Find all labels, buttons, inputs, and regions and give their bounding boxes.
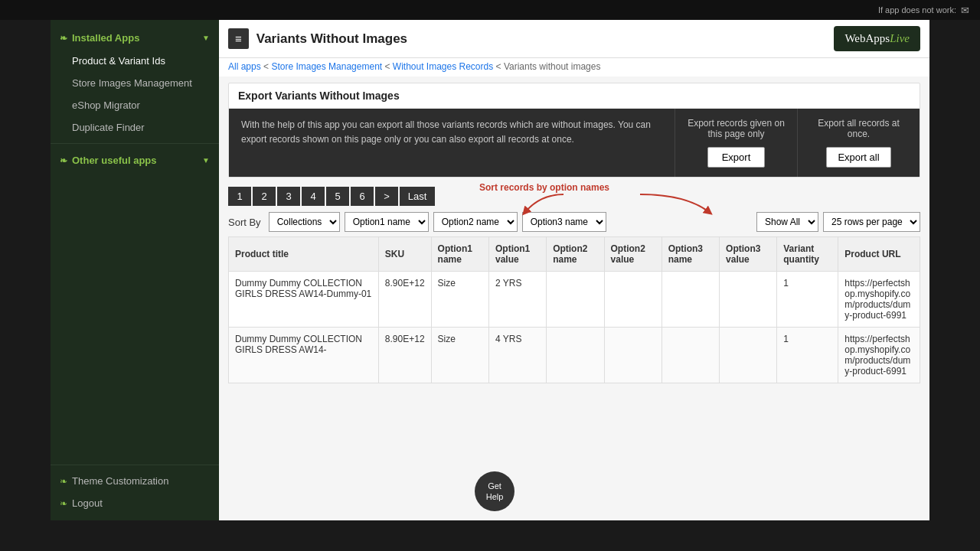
get-help-line2: Help xyxy=(486,491,504,502)
sidebar-item-store-images[interactable]: Store Images Management xyxy=(51,72,219,94)
data-table: Product title SKU Option1 name Option1 v… xyxy=(228,236,920,383)
logo-text: WebAppsLive xyxy=(844,32,910,44)
page-btn-4[interactable]: 4 xyxy=(302,187,325,206)
content-area: ≡ Variants Without Images WebAppsLive Al… xyxy=(219,20,929,520)
topbar-message: If app does not work: xyxy=(878,5,956,15)
page-btn-2[interactable]: 2 xyxy=(253,187,276,206)
sidebar-item-eshop-migrator[interactable]: eShop Migrator xyxy=(51,94,219,116)
export-description: With the help of this app you can export… xyxy=(229,109,675,177)
breadcrumb-current: Variants without images xyxy=(504,61,601,72)
other-apps-icon: ❧ xyxy=(60,155,67,166)
table-row: Dummy Dummy COLLECTION GIRLS DRESS AW14-… xyxy=(229,272,920,328)
breadcrumb: All apps < Store Images Management < Wit… xyxy=(219,58,929,77)
export-block1: Export records given on this page only E… xyxy=(675,109,797,177)
sort-arrow1-icon xyxy=(518,193,579,216)
export-block1-text: Export records given on this page only xyxy=(684,118,788,139)
export-block2-text: Export all records at once. xyxy=(807,118,910,139)
table-row: Dummy Dummy COLLECTION GIRLS DRESS AW14-… xyxy=(229,328,920,383)
sort-annotation: Sort records by option names xyxy=(479,182,609,193)
logo-area: WebAppsLive xyxy=(834,26,920,51)
menu-button[interactable]: ≡ xyxy=(228,28,249,49)
email-icon: ✉ xyxy=(961,5,969,16)
get-help-line1: Get xyxy=(488,481,501,491)
col-header-option3-value: Option3 value xyxy=(720,237,777,272)
sidebar-item-logout[interactable]: ❧ Logout xyxy=(51,492,219,514)
option2-name-select[interactable]: Option2 name xyxy=(433,212,518,232)
page-title: Variants Without Images xyxy=(256,31,827,47)
col-header-option1-name: Option1 name xyxy=(431,237,488,272)
page-btn-1[interactable]: 1 xyxy=(228,187,251,206)
col-header-variant-qty: Variant quantity xyxy=(777,237,838,272)
export-block2: Export all records at once. Export all xyxy=(797,109,920,177)
other-useful-label: Other useful apps xyxy=(72,155,157,166)
page-btn-last[interactable]: Last xyxy=(400,187,435,206)
col-header-product-url: Product URL xyxy=(838,237,920,272)
export-section: Export Variants Without Images With the … xyxy=(228,83,920,178)
content-header: ≡ Variants Without Images WebAppsLive xyxy=(219,20,929,58)
option1-name-select[interactable]: Option1 name xyxy=(345,212,429,232)
theme-icon: ❧ xyxy=(60,476,67,487)
page-btn-5[interactable]: 5 xyxy=(326,187,349,206)
export-title: Export Variants Without Images xyxy=(229,83,920,109)
col-header-option3-name: Option3 name xyxy=(662,237,719,272)
sort-arrow2-icon xyxy=(625,193,717,216)
page-btn-6[interactable]: 6 xyxy=(351,187,374,206)
show-all-select[interactable]: Show All xyxy=(756,212,818,232)
logout-icon: ❧ xyxy=(60,498,67,509)
sidebar-item-duplicate-finder[interactable]: Duplicate Finder xyxy=(51,116,219,139)
export-button[interactable]: Export xyxy=(707,147,766,168)
export-all-button[interactable]: Export all xyxy=(826,147,890,168)
sidebar: ❧ Installed Apps ▼ Product & Variant Ids… xyxy=(51,20,219,520)
apps-icon: ❧ xyxy=(60,33,67,44)
col-header-option2-name: Option2 name xyxy=(547,237,604,272)
get-help-button[interactable]: Get Help xyxy=(475,471,514,511)
installed-apps-label: Installed Apps xyxy=(72,32,139,44)
breadcrumb-store-images[interactable]: Store Images Management xyxy=(271,61,382,72)
collections-select[interactable]: Collections xyxy=(269,212,340,232)
installed-apps-arrow: ▼ xyxy=(202,34,210,42)
sidebar-section-other-apps[interactable]: ❧ Other useful apps ▼ xyxy=(51,148,219,172)
other-apps-arrow: ▼ xyxy=(202,156,210,165)
col-header-sku: SKU xyxy=(378,237,431,272)
col-header-product-title: Product title xyxy=(229,237,379,272)
page-btn-next[interactable]: > xyxy=(375,187,398,206)
rows-per-page-select[interactable]: 25 rows per page xyxy=(823,212,920,232)
col-header-option1-value: Option1 value xyxy=(488,237,546,272)
sortby-label: Sort By xyxy=(228,217,261,228)
sidebar-item-theme-customization[interactable]: ❧ Theme Customization xyxy=(51,470,219,492)
col-header-option2-value: Option2 value xyxy=(604,237,662,272)
page-btn-3[interactable]: 3 xyxy=(277,187,300,206)
sidebar-item-product-variant[interactable]: Product & Variant Ids xyxy=(51,50,219,72)
breadcrumb-without-images[interactable]: Without Images Records xyxy=(393,61,493,72)
breadcrumb-all-apps[interactable]: All apps xyxy=(228,61,261,72)
sidebar-section-installed-apps[interactable]: ❧ Installed Apps ▼ xyxy=(51,26,219,50)
